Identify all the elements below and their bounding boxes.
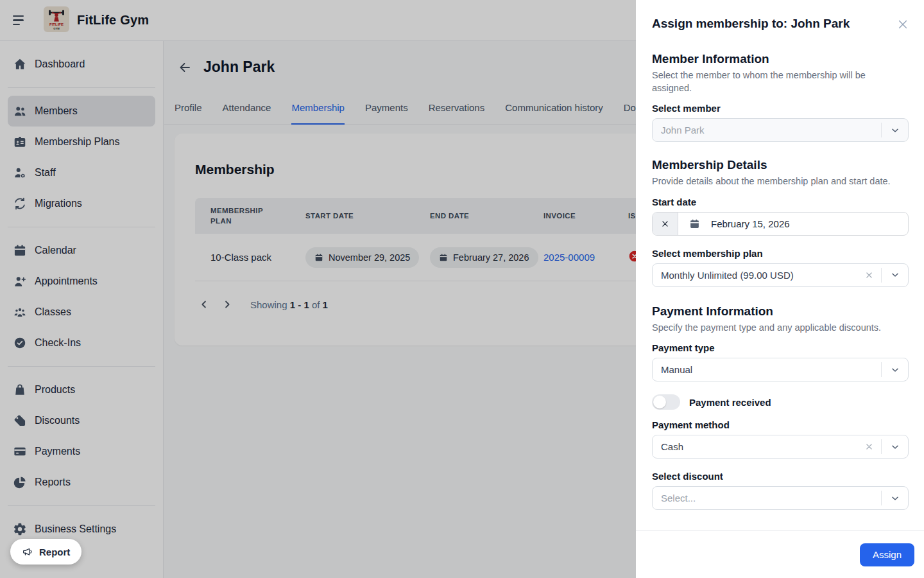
payment-method-label: Payment method — [652, 419, 909, 430]
payment-received-toggle[interactable] — [652, 394, 680, 410]
select-discount-label: Select discount — [652, 471, 909, 482]
payment-method-value: Cash — [653, 441, 857, 452]
date-display: February 15, 2026 — [678, 213, 790, 235]
calendar-icon — [689, 218, 700, 229]
drawer-body: Member Information Select the member to … — [636, 33, 924, 530]
close-icon — [897, 19, 909, 30]
clear-x-icon — [865, 271, 873, 279]
chevron-down-icon[interactable] — [882, 442, 908, 452]
member-info-description: Select the member to whom the membership… — [652, 69, 891, 94]
select-member-dropdown[interactable]: John Park — [652, 118, 909, 142]
select-plan-dropdown[interactable]: Monthly Unlimited (99.00 USD) — [652, 263, 909, 287]
drawer-footer: Assign — [636, 530, 924, 578]
payment-type-label: Payment type — [652, 342, 909, 353]
app-root: FITLIFE GYM FitLife Gym Dashboard Member… — [0, 0, 924, 578]
chevron-down-icon[interactable] — [882, 365, 908, 375]
membership-details-description: Provide details about the membership pla… — [652, 175, 891, 188]
member-info-heading: Member Information — [652, 52, 909, 66]
payment-type-value: Manual — [653, 364, 881, 375]
drawer-title: Assign membership to: John Park — [652, 17, 850, 31]
payment-received-row: Payment received — [652, 394, 909, 410]
payment-info-heading: Payment Information — [652, 304, 909, 319]
start-date-label: Start date — [652, 197, 909, 207]
chevron-down-icon[interactable] — [882, 493, 908, 504]
start-date-input[interactable]: February 15, 2026 — [652, 212, 909, 236]
megaphone-icon — [22, 546, 33, 557]
select-member-label: Select member — [652, 103, 909, 114]
assign-button[interactable]: Assign — [860, 543, 914, 566]
payment-method-dropdown[interactable]: Cash — [652, 435, 909, 459]
clear-selection-button[interactable] — [857, 271, 881, 279]
select-discount-placeholder: Select... — [653, 493, 881, 504]
chevron-down-icon[interactable] — [882, 125, 908, 136]
select-member-value: John Park — [653, 125, 881, 136]
clear-x-icon — [865, 442, 873, 451]
payment-info-description: Specify the payment type and any applica… — [652, 322, 891, 335]
drawer-header: Assign membership to: John Park — [636, 0, 924, 33]
payment-type-dropdown[interactable]: Manual — [652, 358, 909, 381]
clear-x-icon — [661, 220, 669, 228]
clear-date-button[interactable] — [653, 213, 678, 235]
payment-received-label: Payment received — [689, 397, 771, 408]
assign-membership-drawer: Assign membership to: John Park Member I… — [636, 0, 924, 578]
report-button[interactable]: Report — [10, 539, 81, 565]
select-plan-label: Select membership plan — [652, 248, 909, 259]
select-discount-dropdown[interactable]: Select... — [652, 486, 909, 510]
select-plan-value: Monthly Unlimited (99.00 USD) — [653, 270, 857, 281]
start-date-value: February 15, 2026 — [711, 218, 790, 229]
close-button[interactable] — [896, 17, 910, 33]
chevron-down-icon[interactable] — [882, 270, 908, 280]
membership-details-heading: Membership Details — [652, 158, 909, 172]
clear-selection-button[interactable] — [857, 442, 881, 451]
